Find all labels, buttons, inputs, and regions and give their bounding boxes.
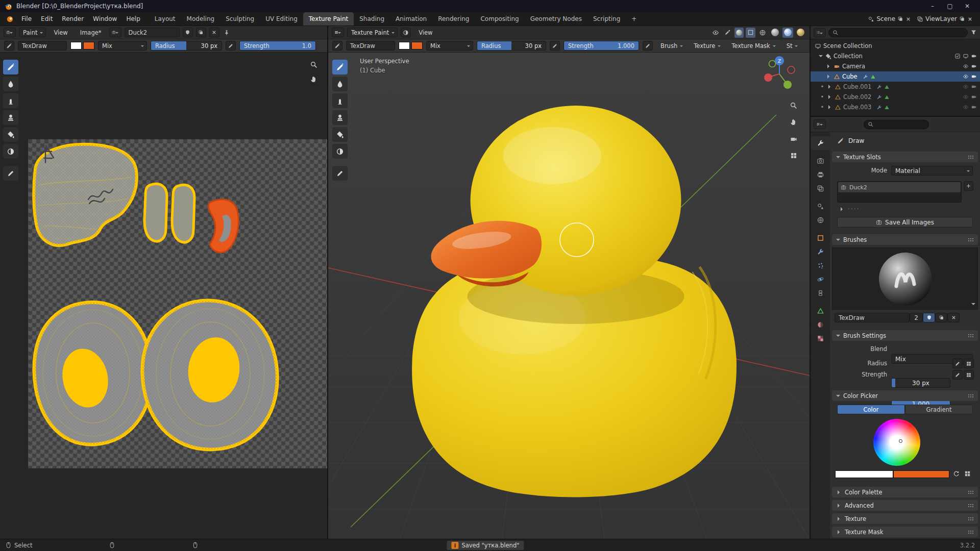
tool-smear[interactable] [3, 93, 18, 108]
render-visibility-icon[interactable] [971, 84, 977, 90]
properties-tab-render[interactable] [811, 154, 830, 168]
panel-texture-slots[interactable]: Texture Slots [832, 152, 978, 162]
properties-tab-object-data[interactable] [811, 304, 830, 318]
strength-pressure-toggle[interactable] [643, 41, 653, 51]
outliner-row-collection[interactable]: Collection [811, 51, 980, 61]
tab-shading[interactable]: Shading [354, 12, 390, 26]
expand-icon[interactable] [819, 55, 823, 59]
viewlayer-selector[interactable]: ViewLayer [915, 15, 975, 22]
navigation-gizmo[interactable]: Z [761, 55, 798, 91]
viewport-editor-type-select[interactable] [332, 28, 344, 37]
expand-icon[interactable] [828, 105, 832, 109]
tab-compositing[interactable]: Compositing [475, 12, 524, 26]
expand-icon[interactable] [828, 95, 832, 99]
strength-slider[interactable]: Strength 1.0 [239, 41, 316, 51]
image-mode-select[interactable]: Paint [19, 28, 46, 37]
overlays-toggle[interactable] [734, 28, 744, 38]
panel-texture[interactable]: Texture [832, 513, 978, 524]
remove-viewlayer-icon[interactable] [967, 16, 973, 22]
viewport-mode-select[interactable]: Texture Paint [347, 28, 398, 37]
properties-tab-world[interactable] [811, 213, 830, 227]
tool-draw[interactable] [332, 60, 348, 74]
tool-mask[interactable] [332, 144, 348, 159]
outliner-search-input[interactable] [828, 28, 968, 37]
tab-geometry-nodes[interactable]: Geometry Nodes [525, 12, 587, 26]
viewport-pan-control[interactable] [788, 116, 800, 128]
properties-tab-scene[interactable] [811, 199, 830, 213]
brush-icon-button[interactable] [4, 41, 14, 51]
paint-mask-toggle[interactable] [401, 28, 411, 37]
image-browse-button[interactable] [109, 28, 121, 37]
eye-icon[interactable] [963, 94, 969, 100]
primary-color-swatch[interactable] [70, 42, 82, 49]
primary-color-swatch[interactable] [399, 42, 410, 49]
properties-tab-constraints[interactable] [811, 286, 830, 300]
image-new-button[interactable] [196, 28, 206, 37]
menu-file[interactable]: File [17, 12, 36, 26]
slot-expander[interactable]: ···· [839, 206, 860, 213]
outliner-row-scene-collection[interactable]: Scene Collection [811, 41, 980, 51]
viewport-zoom-control[interactable] [788, 99, 800, 112]
panel-texture-mask[interactable]: Texture Mask [832, 527, 978, 537]
brush-name-field[interactable]: TexDraw [18, 41, 67, 51]
shading-wireframe-button[interactable] [757, 28, 768, 38]
tool-fill[interactable] [332, 127, 348, 142]
add-workspace-button[interactable]: + [626, 12, 642, 26]
tool-annotate[interactable] [3, 166, 18, 181]
brush-duplicate-button[interactable] [935, 313, 947, 322]
strength-pressure-toggle[interactable] [952, 370, 963, 380]
image-name-field[interactable]: Duck2 [125, 28, 180, 37]
radius-pressure-toggle[interactable] [952, 359, 963, 368]
brush-name-field[interactable]: TexDraw [346, 41, 395, 51]
render-visibility-icon[interactable] [971, 63, 977, 69]
radius-slider[interactable]: 30 px [891, 378, 950, 388]
tool-soften[interactable] [332, 77, 348, 91]
minimize-button[interactable]: – [924, 0, 941, 12]
add-texture-slot-button[interactable] [964, 181, 973, 191]
brush-select-chevron-icon[interactable] [971, 303, 975, 307]
menu-help[interactable]: Help [121, 12, 144, 26]
tool-clone[interactable] [332, 110, 348, 125]
brush-unlink-button[interactable] [947, 313, 960, 322]
tool-annotate[interactable] [332, 166, 348, 181]
image-unlink-button[interactable] [209, 28, 219, 37]
radius-pressure-toggle[interactable] [550, 41, 560, 51]
panel-color-picker[interactable]: Color Picker [832, 390, 978, 401]
blend-mode-select[interactable]: Mix [426, 41, 473, 51]
tab-rendering[interactable]: Rendering [432, 12, 475, 26]
brush-name-field[interactable]: TexDraw [835, 313, 910, 322]
viewport-view-menu[interactable]: View [414, 26, 437, 39]
properties-tab-physics[interactable] [811, 272, 830, 286]
tab-texture-paint[interactable]: Texture Paint [303, 12, 354, 26]
image-view-menu[interactable]: View [49, 26, 72, 39]
shading-rendered-button[interactable] [795, 28, 806, 38]
expand-icon[interactable] [827, 74, 831, 79]
visibility-dropdown[interactable] [710, 28, 721, 38]
tab-layout[interactable]: Layout [149, 12, 181, 26]
unlink-scene-icon[interactable] [905, 16, 911, 22]
brush-preview[interactable] [832, 247, 978, 310]
properties-tab-tool[interactable] [811, 136, 830, 150]
menu-render[interactable]: Render [57, 12, 88, 26]
eye-icon[interactable] [963, 73, 969, 80]
shading-solid-button[interactable] [770, 28, 780, 38]
tool-mask[interactable] [3, 144, 18, 159]
eye-icon[interactable] [963, 63, 969, 69]
outliner-filter-button[interactable] [970, 29, 977, 36]
image-fake-user-button[interactable] [183, 28, 193, 37]
eye-icon[interactable] [963, 84, 969, 90]
new-viewlayer-icon[interactable] [959, 16, 965, 22]
outliner-row-cube-selected[interactable]: Cube [811, 71, 980, 82]
blend-mode-select[interactable]: Mix [98, 41, 147, 51]
radius-unified-toggle[interactable] [964, 359, 974, 368]
render-visibility-icon[interactable] [971, 73, 977, 80]
image-pan-control[interactable] [308, 73, 320, 85]
render-camera-icon[interactable] [971, 53, 977, 59]
tab-sculpting[interactable]: Sculpting [220, 12, 260, 26]
image-zoom-control[interactable] [308, 59, 320, 71]
properties-tab-view-layer[interactable] [811, 182, 830, 195]
properties-tab-object[interactable] [811, 231, 830, 245]
texture-slot-list[interactable]: Duck2 [837, 181, 962, 203]
tool-smear[interactable] [332, 93, 348, 108]
app-menu-icon[interactable] [3, 15, 17, 23]
